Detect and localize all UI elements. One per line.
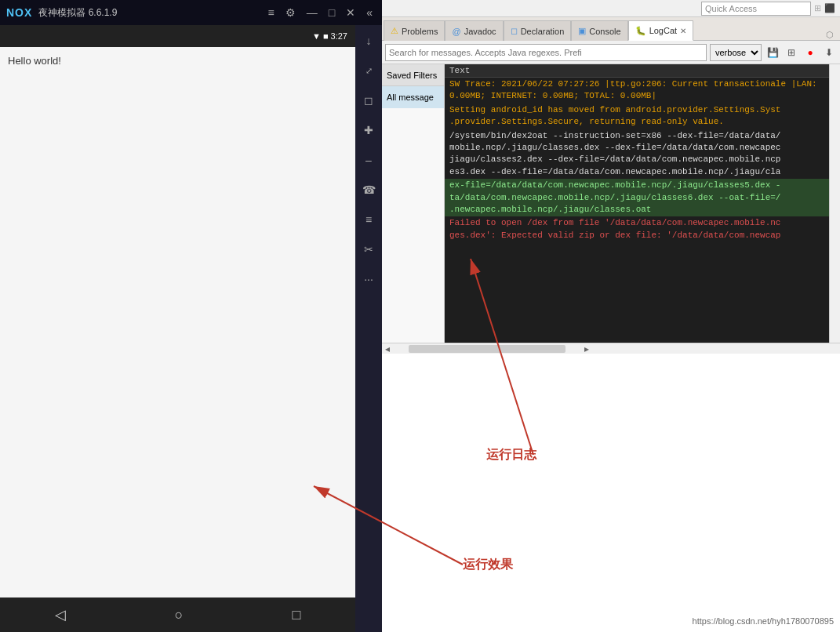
more-icon[interactable]: ··· — [359, 270, 378, 289]
save-log-button[interactable]: 💾 — [765, 45, 780, 60]
maximize-icon[interactable]: □ — [325, 5, 338, 20]
cut-icon[interactable]: ✂ — [359, 240, 378, 259]
android-statusbar: ▼ ■ 3:27 — [0, 25, 355, 47]
quick-access-label: Quick Access — [705, 4, 757, 13]
side-toolbar: ↓ ⤢ ◻ ✚ – ☎ ≡ ✂ ··· — [355, 25, 382, 632]
tab-console-label: Console — [589, 27, 620, 36]
bottom-area: https://blog.csdn.net/hyh1780070895 — [382, 354, 840, 632]
log-line-error: Failed to open /dex from file '/data/dat… — [445, 216, 829, 242]
tab-problems[interactable]: ⚠ Problems — [384, 20, 445, 41]
android-screen: ▼ ■ 3:27 Hello world! ◁ ○ □ — [0, 25, 355, 632]
clear-log-button[interactable]: ⊞ — [784, 45, 799, 60]
logcat-main: Saved Filters All message Text SW Trace:… — [382, 64, 840, 343]
android-navbar: ◁ ○ □ — [0, 597, 355, 632]
log-line: SW Trace: 2021/06/22 07:27:26 |ttp.go:20… — [445, 78, 829, 104]
home-button[interactable]: ○ — [175, 607, 184, 623]
recent-button[interactable]: □ — [293, 607, 301, 623]
javadoc-icon: @ — [452, 27, 460, 36]
console-icon: ▣ — [578, 26, 586, 36]
ide-panel: Quick Access ⊞ ⬛ ⚠ Problems @ Javadoc ◻ … — [382, 0, 840, 632]
log-line-highlight: ex-file=/data/data/com.newcapec.mobile.n… — [445, 179, 829, 216]
apps-icon[interactable]: ≡ — [359, 210, 378, 229]
logcat-content[interactable]: Text SW Trace: 2021/06/22 07:27:26 |ttp.… — [445, 64, 829, 343]
expand-screen-icon[interactable]: ⤢ — [359, 61, 378, 80]
android-screen-content: Hello world! — [0, 47, 355, 597]
volume-up-icon[interactable]: ✚ — [359, 121, 378, 140]
logcat-icon: 🐛 — [635, 26, 646, 36]
emulator-titlebar: NOX 夜神模拟器 6.6.1.9 ≡ ⚙ — □ ✕ « — [0, 0, 382, 25]
nox-logo: NOX — [6, 6, 32, 19]
settings-icon[interactable]: ⚙ — [282, 5, 299, 20]
log-line: Setting android_id has moved from androi… — [445, 104, 829, 129]
scroll-log-button[interactable]: ⬇ — [821, 45, 837, 60]
separator-icon: ⊞ — [814, 3, 821, 13]
saved-filters-label: Saved Filters — [387, 71, 437, 80]
minimize-icon[interactable]: — — [304, 5, 321, 20]
status-right: ▼ ■ 3:27 — [312, 31, 347, 41]
logcat-toolbar: verbose debug info warn error 💾 ⊞ ● ⬇ — [382, 41, 840, 64]
phone-icon[interactable]: ☎ — [359, 180, 378, 199]
logcat-close-button[interactable]: ✕ — [680, 27, 686, 35]
tab-javadoc-label: Javadoc — [464, 27, 496, 36]
stop-log-button[interactable]: ● — [802, 45, 818, 60]
collapse-icon[interactable]: « — [363, 5, 376, 20]
emulator-panel: NOX 夜神模拟器 6.6.1.9 ≡ ⚙ — □ ✕ « ▼ ■ 3:27 H… — [0, 0, 382, 632]
tab-console[interactable]: ▣ Console — [571, 20, 627, 41]
open-editor-icon[interactable]: ⬡ — [821, 30, 838, 40]
logcat-search-input[interactable] — [385, 44, 707, 61]
scroll-right-button[interactable]: ▸ — [581, 343, 592, 354]
declaration-icon: ◻ — [511, 26, 518, 36]
scroll-left-button[interactable]: ◂ — [382, 343, 393, 354]
hscroll-thumb[interactable] — [409, 345, 565, 353]
menu-icon[interactable]: ≡ — [265, 5, 278, 20]
verbose-dropdown[interactable]: verbose debug info warn error — [710, 44, 762, 61]
tab-logcat-label: LogCat — [649, 26, 677, 35]
download-icon[interactable]: ↓ — [359, 31, 378, 50]
emulator-title: 夜神模拟器 6.6.1.9 — [38, 6, 117, 20]
log-line: /system/bin/dex2oat --instruction-set=x8… — [445, 129, 829, 180]
all-messages-item[interactable]: All message — [382, 86, 444, 108]
maximize-view-icon[interactable]: ⬛ — [824, 3, 835, 13]
tab-javadoc[interactable]: @ Javadoc — [445, 20, 503, 41]
ide-topbar: Quick Access ⊞ ⬛ — [382, 0, 840, 17]
all-messages-label: All message — [387, 93, 434, 102]
ide-tabs: ⚠ Problems @ Javadoc ◻ Declaration ▣ Con… — [382, 17, 840, 41]
hello-world-text: Hello world! — [8, 55, 61, 67]
effect-annotation-label: 运行效果 — [463, 557, 513, 573]
title-controls: ≡ ⚙ — □ ✕ « — [265, 5, 376, 20]
volume-down-icon[interactable]: – — [359, 151, 378, 169]
saved-filters-button[interactable]: Saved Filters — [382, 64, 444, 86]
emulator-screen-area: ▼ ■ 3:27 Hello world! ◁ ○ □ ↓ ⤢ ◻ ✚ – ☎ … — [0, 25, 382, 632]
logcat-vertical-scrollbar[interactable] — [829, 64, 840, 343]
tab-logcat[interactable]: 🐛 LogCat ✕ — [628, 20, 693, 41]
back-button[interactable]: ◁ — [55, 606, 66, 623]
tab-declaration[interactable]: ◻ Declaration — [504, 20, 572, 41]
quick-access-input[interactable]: Quick Access — [701, 2, 811, 16]
logcat-horizontal-scrollbar[interactable]: ◂ ▸ — [382, 343, 840, 354]
close-icon[interactable]: ✕ — [343, 5, 358, 20]
tab-declaration-label: Declaration — [521, 27, 565, 36]
footer-url: https://blog.csdn.net/hyh1780070895 — [693, 616, 834, 626]
log-header: Text — [445, 64, 829, 78]
tab-problems-label: Problems — [402, 27, 438, 36]
screen-icon[interactable]: ◻ — [359, 91, 378, 110]
log-annotation-label: 运行日志 — [486, 447, 536, 463]
filters-panel: Saved Filters All message — [382, 64, 445, 343]
problems-icon: ⚠ — [391, 26, 398, 36]
